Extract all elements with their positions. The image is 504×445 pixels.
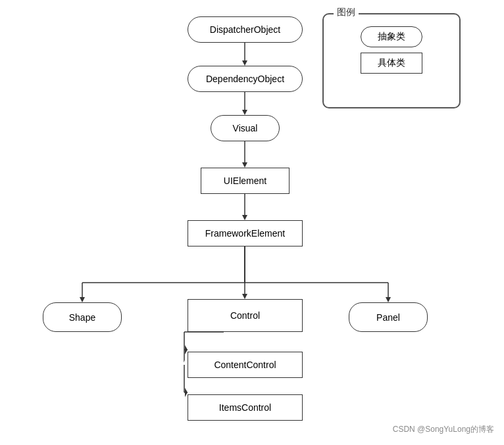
node-items-control: ItemsControl [188,394,303,421]
node-content-control: ContentControl [188,352,303,378]
node-panel: Panel [349,302,428,332]
node-label: DispatcherObject [210,24,280,35]
node-dispatcher-object: DispatcherObject [188,16,303,43]
legend-concrete-label: 具体类 [378,57,405,68]
svg-marker-7 [242,215,247,220]
node-label: ItemsControl [219,402,271,413]
legend-concrete-item: 具体类 [334,53,449,74]
legend-abstract-label: 抽象类 [378,31,405,41]
svg-marker-17 [386,297,391,302]
node-visual: Visual [211,115,280,141]
node-dependency-object: DependencyObject [188,66,303,92]
legend-abstract-item: 抽象类 [334,26,449,47]
svg-marker-5 [242,162,247,168]
node-label: FrameworkElement [205,228,285,239]
node-label: ContentControl [214,360,276,370]
legend-concrete-shape: 具体类 [361,53,422,74]
node-label: DependencyObject [206,74,284,84]
node-shape: Shape [43,302,122,332]
svg-marker-13 [242,294,247,299]
node-label: Shape [69,312,95,323]
diagram-container: DispatcherObject DependencyObject Visual… [0,0,504,445]
node-label: Panel [376,312,400,323]
watermark: CSDN @SongYuLong的博客 [393,424,494,435]
legend-title: 图例 [334,7,359,18]
node-control: Control [188,299,303,332]
svg-marker-23 [182,360,188,365]
legend-box: 图例 抽象类 具体类 [322,13,461,108]
svg-marker-11 [80,297,85,302]
legend-abstract-shape: 抽象类 [361,26,422,47]
svg-marker-3 [242,110,247,115]
node-ui-element: UIElement [201,168,290,194]
node-label: Control [230,310,260,321]
node-label: Visual [233,123,258,133]
svg-marker-1 [242,60,247,66]
node-label: UIElement [224,176,266,186]
node-framework-element: FrameworkElement [188,220,303,246]
